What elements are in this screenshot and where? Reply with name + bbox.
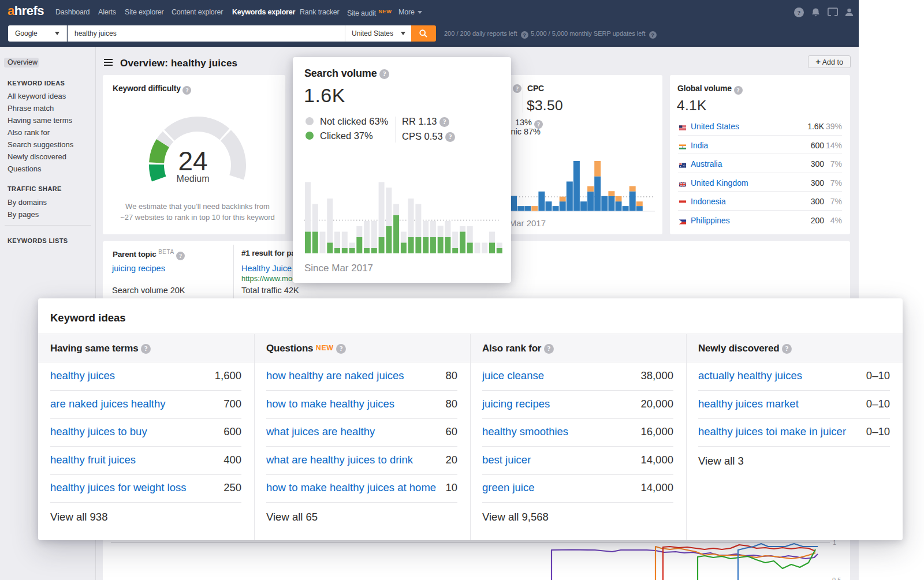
- svg-text:?: ?: [798, 9, 801, 16]
